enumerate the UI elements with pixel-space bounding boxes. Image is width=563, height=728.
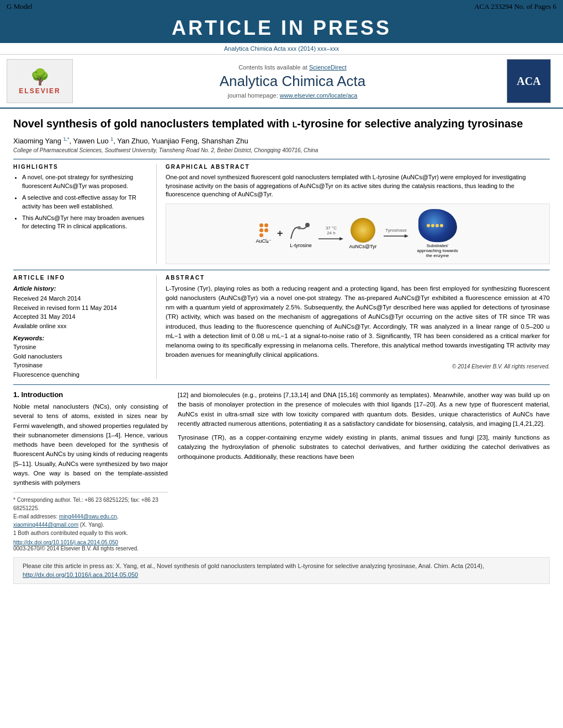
ltyrosine-title: l [293,117,298,130]
article-info-section: ARTICLE INFO Article history: Received 2… [13,270,550,379]
intro-para2: [12] and biomolecules (e.g., proteins [7… [178,390,550,429]
aucl4-group: AuCl₄⁻ [256,223,272,244]
article-title: Novel synthesis of gold nanoclusters tem… [13,116,550,131]
email-suffix: (X. Yang). [80,522,104,528]
body-content: 1. Introduction Noble metal nanoclusters… [13,384,550,552]
main-content: Novel synthesis of gold nanoclusters tem… [0,109,563,592]
auncs-cluster-icon [350,218,375,243]
graphical-abstract-col: GRAPHICAL ABSTRACT One-pot and novel syn… [166,164,550,264]
contents-line: Contents lists available at ScienceDirec… [78,64,507,71]
keyword-1: Tyrosine [13,342,150,352]
tyrosinase-label: Tyrosinase [383,228,410,233]
accepted-date: Accepted 31 May 2014 [13,312,150,322]
homepage-link[interactable]: www.elsevier.com/locate/aca [280,92,358,99]
history-label: Article history: [13,284,150,293]
email1-link[interactable]: ming4444@swu.edu.cn [59,513,117,520]
highlights-label: HIGHLIGHTS [13,164,150,170]
elsevier-tree-icon: 🌳 [30,68,50,86]
highlight-item-2: A selective and cost-effective assay for… [22,194,150,211]
graphical-abstract-label: GRAPHICAL ABSTRACT [166,164,550,170]
article-in-press-title: ARTICLE IN PRESS [3,17,560,40]
aucl4-label: AuCl₄⁻ [256,238,272,244]
citation-text: Please cite this article in press as: X.… [23,563,484,569]
sciencedirect-link[interactable]: ScienceDirect [309,64,347,71]
body-left-col: 1. Introduction Noble metal nanoclusters… [13,390,168,552]
arrow-icon [318,235,343,242]
enzyme-complex-icon [418,209,457,242]
svg-marker-5 [405,234,408,238]
highlight-item-3: This AuNCs@Tyr here may broaden avenues … [22,214,150,231]
svg-marker-3 [339,237,343,240]
copyright-footer: 0003-2670/© 2014 Elsevier B.V. All right… [13,545,168,552]
abstract-col: ABSTRACT L-Tyrosine (Tyr), playing roles… [166,275,550,379]
authors-line: Xiaoming Yang 1,*, Yawen Luo 1, Yan Zhuo… [13,136,550,145]
elsevier-logo-container: 🌳 ELSEVIER [7,59,78,103]
ltyrosine-group: L-tyrosine [288,220,313,248]
highlights-col: HIGHLIGHTS A novel, one-pot strategy for… [13,164,157,264]
abstract-text: L-Tyrosine (Tyr), playing roles as both … [166,284,550,360]
email-label: E-mail addresses: [13,513,57,520]
svg-point-1 [298,226,301,229]
abstract-copyright: © 2014 Elsevier B.V. All rights reserved… [166,363,550,370]
abstract-label: ABSTRACT [166,275,550,281]
available-date: Available online xxx [13,322,150,331]
highlights-list: A novel, one-pot strategy for synthesizi… [13,173,150,231]
plus-sign-1: + [277,228,283,239]
aucl4-dots [259,223,268,237]
abstract-body: L-Tyrosine (Tyr), playing roles as both … [166,285,550,358]
graphical-figure-inner: AuCl₄⁻ + L-tyrosine 37 °C24 h [256,209,459,258]
revised-date: Received in revised form 11 May 2014 [13,303,150,313]
reaction-arrow-1: 37 °C24 h [318,226,343,242]
footnotes: * Corresponding author. Tel.: +86 23 682… [13,492,168,537]
doi-link[interactable]: http://dx.doi.org/10.1016/j.aca.2014.05.… [13,539,118,545]
body-right-col: [12] and biomolecules (e.g., proteins [7… [178,390,550,552]
intro-heading: 1. Introduction [13,390,168,399]
tyrosinase-arrow-icon [384,233,408,239]
journal-title: Analytica Chimica Acta [78,73,507,90]
graphical-figure: AuCl₄⁻ + L-tyrosine 37 °C24 h [166,204,550,264]
elsevier-logo: 🌳 ELSEVIER [7,59,73,103]
journal-center: Contents lists available at ScienceDirec… [78,64,507,99]
enzyme-complex-group: Substrates' approaching towards the enzy… [416,209,460,258]
enzyme-dots [427,224,449,227]
keyword-4: Fluorescence quenching [13,370,150,379]
highlight-item-1: A novel, one-pot strategy for synthesizi… [22,173,150,190]
intro-para1: Noble metal nanoclusters (NCs), only con… [13,402,168,488]
intro-para3: Tyrosinase (TR), as a copper-containing … [178,433,550,462]
article-id-label: ACA 233294 No. of Pages 6 [474,2,556,11]
article-info-label: ARTICLE INFO [13,275,150,281]
article-in-press-bar: ARTICLE IN PRESS [0,13,563,43]
corresponding-note: * Corresponding author. Tel.: +86 23 682… [13,496,168,512]
reaction-conditions: 37 °C24 h [326,226,337,235]
keywords-list: Tyrosine Gold nanoclusters Tyrosinase Fl… [13,342,150,379]
journal-homepage: journal homepage: www.elsevier.com/locat… [78,92,507,99]
graphical-abstract-text: One-pot and novel synthesized fluorescen… [166,173,550,199]
keywords-block: Keywords: Tyrosine Gold nanoclusters Tyr… [13,335,150,379]
article-info-col: ARTICLE INFO Article history: Received 2… [13,275,157,379]
citation-bar: Please cite this article in press as: X.… [13,557,550,584]
journal-url-link[interactable]: Analytica Chimica Acta xxx (2014) xxx–xx… [224,45,339,52]
journal-url-bar: Analytica Chimica Acta xxx (2014) xxx–xx… [0,43,563,55]
received-date: Received 24 March 2014 [13,294,150,303]
highlights-graphical-section: HIGHLIGHTS A novel, one-pot strategy for… [13,159,550,264]
svg-point-0 [305,223,310,227]
email2-link[interactable]: xiaoming4444@gmail.com [13,522,78,528]
aca-logo-container: ACA [507,59,556,103]
keyword-3: Tyrosinase [13,361,150,370]
enzyme-complex-label: Substrates' approaching towards the enzy… [416,243,460,258]
journal-header: 🌳 ELSEVIER Contents lists available at S… [0,55,563,109]
auncs-group: AuNCs@Tyr [349,218,376,249]
tyrosinase-arrow: Tyrosinase [383,228,410,239]
aca-logo: ACA [507,59,551,103]
citation-doi-link[interactable]: http://dx.doi.org/10.1016/j.aca.2014.05.… [23,571,138,578]
article-history: Article history: Received 24 March 2014 … [13,284,150,331]
ltyrosine-label: L-tyrosine [290,243,312,248]
elsevier-text: ELSEVIER [19,87,60,95]
g-model-label: G Model [7,2,33,11]
header-top: G Model ACA 233294 No. of Pages 6 [0,0,563,13]
keyword-2: Gold nanoclusters [13,352,150,361]
email-note: E-mail addresses: ming4444@swu.edu.cn, x… [13,512,168,529]
affiliation-line: College of Pharmaceutical Sciences, Sout… [13,147,550,153]
footnote1: 1 Both authors contributed equally to th… [13,529,168,537]
ltyrosine-shape-icon [288,220,313,242]
